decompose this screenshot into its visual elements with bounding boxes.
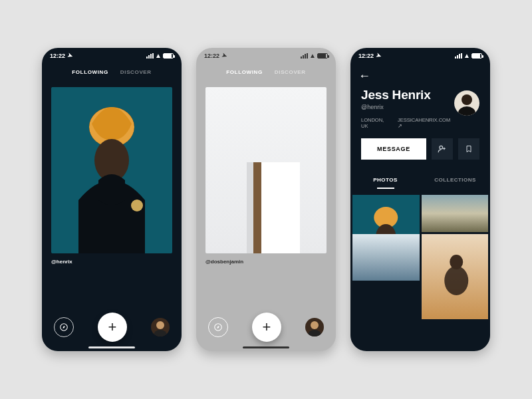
profile-avatar-button[interactable] (305, 318, 324, 336)
bookmark-icon (465, 144, 473, 154)
profile-website[interactable]: JESSICAHENRIX.COM ↗ (398, 117, 454, 129)
profile-avatar-button[interactable] (151, 318, 170, 336)
battery-icon (317, 53, 328, 59)
screen-profile: 12:22 ➤ ▲ ← Jess Henrix @henrix LONDON, … (350, 48, 490, 351)
user-plus-icon (438, 144, 447, 154)
explore-button[interactable] (208, 317, 228, 337)
add-button[interactable]: + (252, 313, 281, 342)
svg-point-7 (156, 321, 164, 329)
feed-photo[interactable] (205, 87, 327, 253)
status-bar: 12:22 ➤ ▲ (42, 48, 182, 64)
status-time: 12:22 (50, 53, 65, 59)
profile-tabs: PHOTOS COLLECTIONS (350, 172, 490, 188)
svg-point-22 (450, 255, 463, 269)
signal-icon (455, 53, 462, 59)
grid-photo[interactable] (422, 195, 489, 232)
svg-point-14 (462, 94, 472, 105)
wifi-icon: ▲ (464, 53, 470, 59)
location-icon: ➤ (67, 52, 74, 60)
feed-tabs: FOLLOWING DISCOVER (196, 69, 336, 75)
photo-grid (350, 188, 490, 319)
external-link-icon: ↗ (398, 123, 402, 129)
explore-button[interactable] (54, 317, 74, 337)
status-time: 12:22 (358, 53, 374, 59)
plus-icon: + (263, 320, 271, 334)
topbar: ← (350, 64, 490, 88)
profile-handle: @henrix (361, 104, 454, 110)
bottom-nav: + (196, 313, 336, 342)
compass-icon (213, 323, 223, 332)
screen-feed-light: 12:22 ➤ ▲ FOLLOWING DISCOVER @dosbenjami… (196, 48, 336, 351)
tab-discover[interactable]: DISCOVER (275, 69, 306, 75)
tab-following[interactable]: FOLLOWING (226, 69, 263, 75)
feed-author[interactable]: @henrix (51, 259, 172, 265)
svg-point-11 (311, 321, 319, 329)
home-indicator[interactable] (88, 346, 135, 348)
status-right: ▲ (146, 53, 174, 59)
follow-button[interactable] (432, 138, 453, 160)
screen-feed-dark: 12:22 ➤ ▲ FOLLOWING DISCOVER @henrix (42, 48, 182, 351)
signal-icon (301, 53, 308, 59)
wifi-icon: ▲ (309, 53, 316, 59)
grid-photo[interactable] (352, 234, 420, 281)
profile-name: Jess Henrix (361, 88, 454, 102)
location-icon: ➤ (376, 52, 383, 60)
status-time: 12:22 (204, 53, 219, 59)
status-bar: 12:22 ➤ ▲ (350, 48, 490, 64)
tab-discover[interactable]: DISCOVER (120, 69, 152, 75)
profile-info: Jess Henrix @henrix LONDON, UK JESSICAHE… (361, 88, 454, 129)
svg-point-4 (131, 200, 143, 211)
tab-photos[interactable]: PHOTOS (350, 172, 420, 188)
tab-collections[interactable]: COLLECTIONS (420, 172, 490, 188)
status-right: ▲ (455, 53, 482, 59)
feed-author[interactable]: @dosbenjamin (205, 259, 327, 265)
bottom-nav: + (42, 313, 182, 342)
feed-card[interactable]: @dosbenjamin (205, 87, 327, 265)
status-bar: 12:22 ➤ ▲ (196, 48, 336, 64)
feed-tabs: FOLLOWING DISCOVER (42, 69, 182, 75)
battery-icon (163, 53, 174, 59)
feed-card[interactable]: @henrix (51, 87, 172, 265)
location-icon: ➤ (221, 52, 229, 60)
home-indicator[interactable] (243, 346, 289, 348)
svg-point-16 (440, 146, 443, 149)
compass-icon (59, 323, 68, 332)
grid-photo[interactable] (422, 234, 489, 319)
signal-icon (146, 53, 154, 59)
add-button[interactable]: + (98, 313, 127, 342)
back-button[interactable]: ← (358, 69, 370, 83)
svg-point-21 (444, 266, 468, 295)
profile-location: LONDON, UK (361, 117, 391, 129)
profile-avatar[interactable] (454, 90, 479, 116)
wifi-icon: ▲ (155, 53, 162, 59)
feed-photo[interactable] (51, 87, 172, 253)
message-button[interactable]: MESSAGE (361, 138, 426, 160)
battery-icon (471, 53, 482, 59)
tab-following[interactable]: FOLLOWING (72, 69, 108, 75)
bookmark-button[interactable] (458, 138, 479, 160)
status-right: ▲ (301, 53, 328, 59)
plus-icon: + (108, 320, 117, 334)
